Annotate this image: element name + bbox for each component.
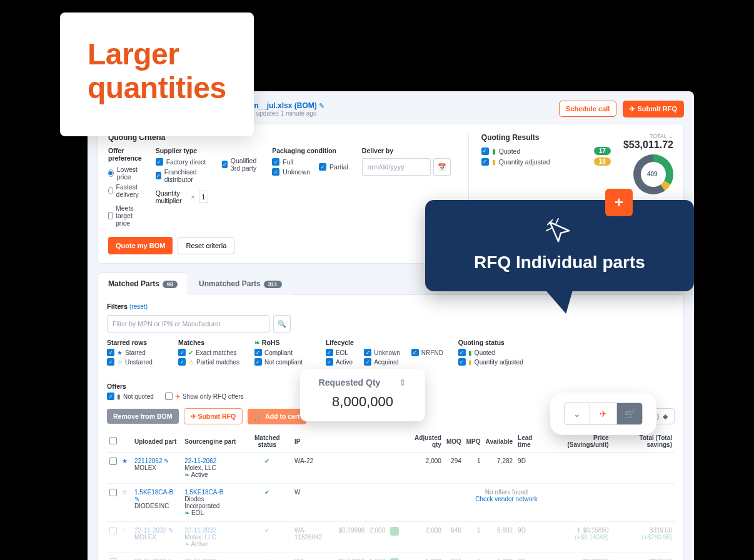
- col-ip[interactable]: IP: [292, 431, 336, 452]
- filter-quoted[interactable]: ✓▮Quoted: [458, 349, 523, 356]
- col-sourcengine[interactable]: Sourcengine part: [182, 431, 243, 452]
- filter-only-rfq[interactable]: ✈Show only RFQ offers: [165, 392, 244, 400]
- result-qty-adj[interactable]: ✓▮Quantity adjusted18: [481, 158, 611, 166]
- schedule-call-button[interactable]: Schedule call: [559, 101, 616, 117]
- chevron-down-icon[interactable]: ⌄: [564, 402, 590, 425]
- requested-qty-popover: Requested Qty⇕ 8,000,000: [300, 369, 425, 421]
- col-uploaded[interactable]: Uploaded part: [132, 431, 182, 452]
- supplier-type-label: Supplier type: [156, 147, 208, 154]
- filter-not-quoted[interactable]: ✓▮Not quoted: [107, 392, 154, 400]
- filter-not-compliant[interactable]: ✓Not compliant: [254, 358, 311, 366]
- row-checkbox[interactable]: [109, 489, 117, 496]
- search-icon[interactable]: 🔍: [273, 315, 291, 332]
- qualified-3p-checkbox[interactable]: ✓Qualified 3rd party: [222, 157, 258, 172]
- facet-rohs-label: ❧ RoHS: [254, 339, 311, 346]
- app-window: Q Quotengine Results bom__jul.xlsx (BOM)…: [88, 91, 694, 560]
- source-pn[interactable]: 22-11-2062: [184, 458, 216, 464]
- filter-exact[interactable]: ✓✔Exact matches: [178, 349, 239, 356]
- star-icon[interactable]: ★: [122, 458, 128, 464]
- hero-card: Largerquantities: [60, 12, 254, 136]
- table-row: ☆ 1.5KE18CA-B ✎DIODESINC 1.5KE18CA-BDiod…: [107, 484, 675, 522]
- reset-criteria-button[interactable]: Reset criteria: [178, 237, 234, 254]
- filter-acquired[interactable]: ✓Acquired: [364, 358, 400, 366]
- select-all-checkbox[interactable]: [109, 437, 117, 444]
- check-vendor-link[interactable]: Check vendor network: [475, 496, 538, 502]
- filter-unstarred[interactable]: ✓☆Unstarred: [107, 358, 163, 366]
- filter-qtyadj[interactable]: ✓▮Quantity adjusted: [458, 358, 523, 366]
- packaging-label: Packaging condition: [272, 147, 348, 154]
- col-adjqty[interactable]: Adjusted qty: [401, 431, 444, 452]
- tab-matched[interactable]: Matched Parts98: [98, 272, 188, 295]
- filter-active[interactable]: ✓Active: [326, 358, 353, 366]
- row-checkbox[interactable]: [109, 458, 117, 465]
- table-row: ★ 22112062 ✎MOLEX 22-11-2062Molex, LLC❧ …: [107, 452, 675, 484]
- result-quoted[interactable]: ✓▮Quoted17: [481, 147, 611, 155]
- reqqty-label: Requested Qty⇕: [313, 378, 413, 388]
- hero-title: Largerquantities: [88, 38, 226, 105]
- total-value: $53,011.72: [623, 139, 673, 151]
- deliver-by-input[interactable]: mm/dd/yyyy: [362, 158, 431, 176]
- uploaded-pn[interactable]: 22112062: [134, 458, 163, 464]
- col-lead[interactable]: Lead time: [515, 431, 549, 452]
- row-action-pill: ⌄ ✈ 🛒: [550, 392, 656, 435]
- col-avail[interactable]: Available: [483, 431, 516, 452]
- table-row: ☆ 22-11-2032 ✎MOLEX 22-11-2032Molex, LLC…: [107, 522, 675, 553]
- calendar-icon[interactable]: 📅: [433, 158, 451, 176]
- offer-pref-label: Offer preference: [108, 147, 142, 162]
- factory-direct-checkbox[interactable]: ✓Factory direct: [156, 158, 208, 166]
- cart-icon[interactable]: 🛒: [616, 402, 643, 425]
- filter-partial[interactable]: ✓⚠Partial matches: [178, 358, 239, 366]
- reqqty-value: 8,000,000: [313, 394, 413, 410]
- file-info: bom__jul.xlsx (BOM) ✎ Last updated 1 min…: [243, 101, 324, 117]
- donut-center: 409: [647, 171, 658, 178]
- pkg-unknown-checkbox[interactable]: ✓Unknown: [272, 168, 310, 176]
- filter-nrfnd[interactable]: ✓NRFND: [411, 349, 443, 356]
- cart-icon: 🛒: [254, 412, 262, 421]
- qty-multiplier-input[interactable]: 1: [199, 191, 208, 203]
- filter-starred[interactable]: ✓★Starred: [107, 349, 163, 356]
- col-matched[interactable]: Matched status: [243, 431, 292, 452]
- callout-rfq-parts: + RFQ Individual parts: [425, 200, 694, 291]
- file-subtext: Last updated 1 minute ago: [243, 110, 324, 117]
- submit-rfq-bulk-button[interactable]: ✈ Submit RFQ: [184, 408, 243, 424]
- total-label: TOTAL ⌄: [623, 133, 673, 139]
- filter-unknown[interactable]: ✓Unknown: [364, 349, 400, 356]
- filters-title: Filters (reset): [107, 302, 675, 310]
- filters-reset-link[interactable]: (reset): [129, 303, 148, 310]
- no-offers-text: No offers found: [485, 489, 528, 496]
- results-title: Quoting Results: [481, 133, 611, 142]
- send-icon: ✈: [191, 412, 196, 420]
- callout-text: RFQ Individual parts: [444, 252, 675, 272]
- col-mpq[interactable]: MPQ: [464, 431, 483, 452]
- meets-target-checkbox[interactable]: Meets target price: [108, 204, 142, 227]
- search-input[interactable]: Filter by MPN or IPN or Manufacturer: [107, 315, 269, 332]
- quote-bom-button[interactable]: Quote my BOM: [108, 237, 173, 254]
- pkg-full-checkbox[interactable]: ✓Full: [272, 158, 310, 166]
- fastest-delivery-radio[interactable]: Fastest delivery: [108, 183, 142, 198]
- parts-table: Uploaded part Sourcengine part Matched s…: [107, 431, 675, 560]
- file-name-link[interactable]: bom__jul.xlsx (BOM): [243, 101, 317, 110]
- facet-starred-label: Starred rows: [107, 339, 163, 346]
- pkg-partial-checkbox[interactable]: ✓Partial: [319, 158, 348, 176]
- facet-matches-label: Matches: [178, 339, 239, 346]
- remove-from-bom-button[interactable]: Remove from BOM: [107, 409, 179, 424]
- franchised-checkbox[interactable]: ✓Franchised distributor: [156, 168, 208, 183]
- filter-compliant[interactable]: ✓Compliant: [254, 349, 311, 356]
- filter-eol[interactable]: ✓EOL: [326, 349, 353, 356]
- lowest-price-radio[interactable]: Lowest price: [108, 166, 142, 181]
- table-row: ☆ 22-11-2062 ✎MOLEX 22-11-2062Molex, LLC…: [107, 553, 675, 561]
- cursor-icon: [545, 218, 574, 246]
- facet-offers-label: Offers: [107, 382, 244, 390]
- facet-lifecycle-label: Lifecycle: [326, 339, 443, 346]
- tab-unmatched[interactable]: Unmatched Parts311: [188, 272, 293, 295]
- star-icon[interactable]: ☆: [122, 489, 128, 496]
- col-moq[interactable]: MOQ: [444, 431, 464, 452]
- send-icon: ✈: [630, 105, 635, 112]
- submit-rfq-button[interactable]: ✈ Submit RFQ: [623, 101, 684, 118]
- plus-icon: +: [605, 189, 633, 216]
- rfq-send-icon[interactable]: ✈: [590, 402, 616, 425]
- edit-icon[interactable]: ✎: [319, 102, 324, 109]
- add-to-cart-button[interactable]: 🛒Add to cart: [248, 409, 306, 424]
- deliver-by-label: Deliver by: [362, 147, 451, 154]
- sort-icon[interactable]: ⇕: [399, 378, 406, 388]
